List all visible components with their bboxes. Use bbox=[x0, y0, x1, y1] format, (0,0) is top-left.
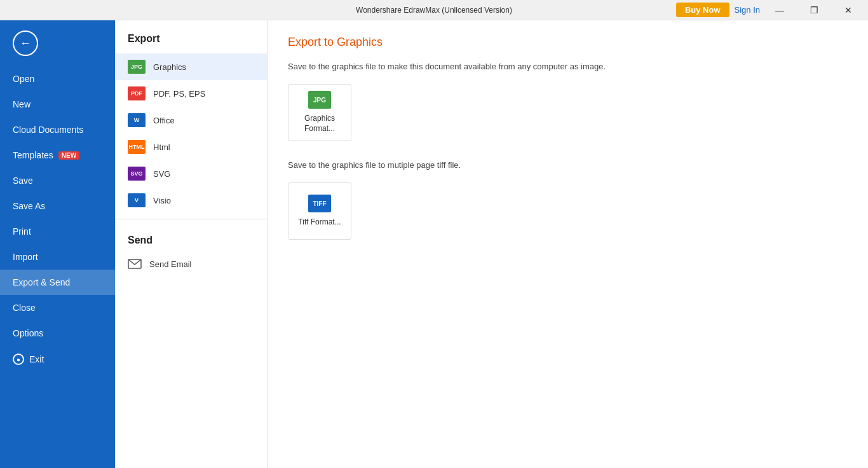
format-card-jpg[interactable]: JPG Graphics Format... bbox=[288, 84, 351, 141]
exit-icon: ● bbox=[13, 354, 24, 365]
format-card-tiff[interactable]: TIFF Tiff Format... bbox=[288, 182, 351, 240]
visio-icon: V bbox=[128, 193, 146, 207]
sidebar-item-save[interactable]: Save bbox=[0, 168, 115, 193]
jpg-card-icon: JPG bbox=[308, 91, 331, 109]
close-button[interactable]: ✕ bbox=[834, 0, 863, 20]
sidebar-item-export[interactable]: Export & Send bbox=[0, 270, 115, 295]
pdf-label: PDF, PS, EPS bbox=[153, 89, 205, 99]
sidebar-item-options[interactable]: Options bbox=[0, 320, 115, 346]
html-label: Html bbox=[153, 142, 170, 152]
sidebar-item-close[interactable]: Close bbox=[0, 295, 115, 320]
send-section-title: Send bbox=[115, 224, 267, 252]
export-items-list: JPG Graphics PDF PDF, PS, EPS W Office H… bbox=[115, 53, 267, 214]
export-item-svg[interactable]: SVG SVG bbox=[115, 160, 267, 187]
export-item-graphics[interactable]: JPG Graphics bbox=[115, 53, 267, 80]
sidebar: ← Open New Cloud Documents Templates NEW… bbox=[0, 20, 115, 468]
office-label: Office bbox=[153, 116, 175, 125]
jpg-card-label: Graphics Format... bbox=[288, 114, 351, 134]
format-cards-row1: JPG Graphics Format... bbox=[288, 84, 848, 141]
tiff-card-label: Tiff Format... bbox=[298, 217, 341, 228]
sidebar-item-print[interactable]: Print bbox=[0, 219, 115, 244]
email-icon bbox=[128, 259, 142, 269]
app-title: Wondershare EdrawMax (Unlicensed Version… bbox=[356, 6, 512, 15]
options-label: Options bbox=[13, 328, 43, 338]
export-item-visio[interactable]: V Visio bbox=[115, 187, 267, 214]
sidebar-item-open[interactable]: Open bbox=[0, 66, 115, 92]
graphics-icon: JPG bbox=[128, 60, 146, 74]
save-label: Save bbox=[13, 176, 33, 186]
export-section-title: Export bbox=[115, 20, 267, 53]
export-item-office[interactable]: W Office bbox=[115, 107, 267, 134]
visio-label: Visio bbox=[153, 196, 171, 205]
app-layout: ← Open New Cloud Documents Templates NEW… bbox=[0, 20, 868, 468]
send-item-email[interactable]: Send Email bbox=[115, 252, 267, 275]
divider bbox=[115, 219, 267, 219]
title-bar: Wondershare EdrawMax (Unlicensed Version… bbox=[0, 0, 868, 20]
new-badge: NEW bbox=[58, 151, 79, 160]
open-label: Open bbox=[13, 74, 34, 84]
sidebar-item-import[interactable]: Import bbox=[0, 244, 115, 270]
main-content: Export to Graphics Save to the graphics … bbox=[268, 20, 868, 468]
description-2: Save to the graphics file to mutiple pag… bbox=[288, 160, 848, 170]
close-label: Close bbox=[13, 303, 36, 313]
print-label: Print bbox=[13, 226, 31, 237]
send-email-label: Send Email bbox=[149, 259, 191, 269]
templates-label: Templates bbox=[13, 150, 53, 160]
export-to-title: Export to Graphics bbox=[288, 36, 848, 49]
saveas-label: Save As bbox=[13, 201, 45, 211]
sidebar-item-new[interactable]: New bbox=[0, 92, 115, 117]
restore-button[interactable]: ❐ bbox=[799, 0, 829, 20]
buy-now-button[interactable]: Buy Now bbox=[676, 3, 729, 17]
sidebar-item-cloud[interactable]: Cloud Documents bbox=[0, 117, 115, 142]
export-item-html[interactable]: HTML Html bbox=[115, 134, 267, 160]
title-bar-actions: Buy Now Sign In — ❐ ✕ bbox=[676, 0, 863, 20]
format-cards-row2: TIFF Tiff Format... bbox=[288, 182, 848, 240]
export-label: Export & Send bbox=[13, 277, 70, 287]
html-icon: HTML bbox=[128, 140, 146, 154]
sidebar-nav: Open New Cloud Documents Templates NEW S… bbox=[0, 66, 115, 346]
import-label: Import bbox=[13, 252, 38, 262]
description-1: Save to the graphics file to make this d… bbox=[288, 62, 848, 71]
new-label: New bbox=[13, 99, 31, 109]
pdf-icon: PDF bbox=[128, 86, 146, 100]
svg-icon: SVG bbox=[128, 167, 146, 181]
sidebar-item-exit[interactable]: ● Exit bbox=[0, 346, 115, 373]
sidebar-item-templates[interactable]: Templates NEW bbox=[0, 142, 115, 168]
middle-panel: Export JPG Graphics PDF PDF, PS, EPS W O… bbox=[115, 20, 268, 468]
back-button[interactable]: ← bbox=[13, 31, 38, 56]
tiff-card-icon: TIFF bbox=[308, 195, 331, 212]
svg-label: SVG bbox=[153, 169, 170, 179]
minimize-button[interactable]: — bbox=[765, 0, 794, 20]
export-item-pdf[interactable]: PDF PDF, PS, EPS bbox=[115, 80, 267, 107]
cloud-label: Cloud Documents bbox=[13, 125, 83, 135]
back-icon: ← bbox=[20, 37, 31, 50]
sidebar-item-saveas[interactable]: Save As bbox=[0, 193, 115, 219]
exit-label: Exit bbox=[29, 354, 44, 364]
graphics-label: Graphics bbox=[153, 62, 186, 72]
sign-in-link[interactable]: Sign In bbox=[735, 5, 760, 15]
office-icon: W bbox=[128, 113, 146, 127]
